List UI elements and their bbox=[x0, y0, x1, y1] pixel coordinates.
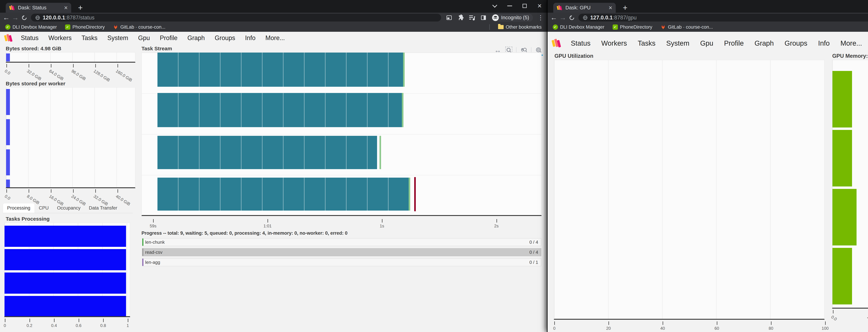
address-bar[interactable]: 120.0.0.1:8787/status bbox=[31, 14, 441, 22]
address-bar[interactable]: 127.0.0.1:8787/gpu bbox=[579, 14, 868, 22]
nav-item-profile[interactable]: Profile bbox=[724, 39, 744, 47]
site-info-globe-icon[interactable] bbox=[583, 15, 588, 20]
nav-item-more[interactable]: More... bbox=[840, 39, 862, 47]
dask-logo-icon[interactable] bbox=[4, 33, 13, 43]
tab-title: Dask: Status bbox=[18, 5, 61, 10]
tab-strip: Dask: Status bbox=[0, 0, 547, 13]
scrollbar[interactable] bbox=[545, 32, 547, 332]
nav-item-groups[interactable]: Groups bbox=[784, 39, 807, 47]
new-tab-button[interactable] bbox=[621, 4, 629, 12]
bookmark-gitlab[interactable]: GitLab · course-con... bbox=[113, 25, 165, 30]
gpu-utilization-axis: 020406080100 bbox=[554, 322, 825, 332]
back-button[interactable] bbox=[549, 13, 558, 22]
tab-title: Dask: GPU bbox=[565, 5, 606, 10]
nav-item-gpu[interactable]: Gpu bbox=[700, 39, 713, 47]
nav-item-tasks[interactable]: Tasks bbox=[82, 34, 97, 42]
progress-summary: Progress -- total: 9, waiting: 5, queued… bbox=[142, 231, 347, 236]
bookmark-dli-devbox[interactable]: DLI Devbox Manager bbox=[553, 25, 604, 30]
reload-button[interactable] bbox=[567, 13, 576, 22]
url-path: :8787/status bbox=[65, 14, 94, 21]
progress-row-read-csv: read-csv 0 / 4 bbox=[142, 248, 541, 256]
nav-item-groups[interactable]: Groups bbox=[215, 34, 235, 42]
gpu-utilization-title: GPU Utilization bbox=[555, 53, 593, 59]
tab-data-transfer[interactable]: Data Transfer bbox=[85, 203, 122, 213]
progress-task-count: 0 / 4 bbox=[529, 239, 538, 245]
bookmark-gitlab[interactable]: GitLab · course-con... bbox=[660, 25, 713, 30]
bookmarks-bar: DLI Devbox Manager PhoneDirectory GitLab… bbox=[0, 23, 547, 32]
gpu-memory-axis: 0.02.0 GiB4.0 GiB6.0 GiB8.0 GiB10.0 GiB1… bbox=[832, 310, 868, 331]
tab-occupancy[interactable]: Occupancy bbox=[53, 203, 85, 213]
media-controls-icon[interactable] bbox=[468, 14, 476, 22]
tasks-processing-axis: 00.20.40.60.81 bbox=[4, 319, 130, 332]
nav-item-workers[interactable]: Workers bbox=[49, 34, 71, 42]
progress-row-len-agg: len-agg 0 / 1 bbox=[142, 258, 541, 266]
bytes-stored-title: Bytes stored: 4.98 GiB bbox=[6, 45, 61, 52]
nav-item-tasks[interactable]: Tasks bbox=[638, 39, 655, 47]
progress-task-count: 0 / 4 bbox=[529, 250, 538, 255]
maximize-button[interactable] bbox=[520, 1, 529, 10]
window-close-button[interactable] bbox=[535, 1, 544, 10]
browser-toolbar: 120.0.0.1:8787/status Incognito (5) bbox=[0, 13, 547, 23]
tab-search-chevron-icon[interactable] bbox=[490, 1, 499, 10]
browser-window-status: Dask: Status 120.0.0.1:8787/status bbox=[0, 0, 547, 332]
nav-item-graph[interactable]: Graph bbox=[754, 39, 774, 47]
nav-item-info[interactable]: Info bbox=[245, 34, 255, 42]
forward-button[interactable] bbox=[558, 13, 567, 22]
progress-task-name: read-csv bbox=[145, 250, 162, 255]
tab-close-icon[interactable] bbox=[609, 5, 612, 11]
picture-in-picture-icon[interactable] bbox=[445, 14, 453, 22]
dask-navbar: Status Workers Tasks System Gpu Profile … bbox=[548, 35, 868, 51]
tasks-processing-chart[interactable] bbox=[4, 223, 130, 317]
nav-item-system[interactable]: System bbox=[666, 39, 689, 47]
new-tab-button[interactable] bbox=[76, 4, 84, 12]
dask-navbar: Status Workers Tasks System Gpu Profile … bbox=[0, 32, 547, 44]
dask-status-page: Status Workers Tasks System Gpu Profile … bbox=[0, 32, 547, 332]
tab-processing[interactable]: Processing bbox=[3, 203, 35, 213]
forward-button[interactable] bbox=[11, 13, 20, 22]
site-info-globe-icon[interactable] bbox=[35, 15, 40, 20]
nav-item-info[interactable]: Info bbox=[818, 39, 830, 47]
gpu-memory-chart[interactable] bbox=[832, 60, 868, 308]
nav-item-profile[interactable]: Profile bbox=[160, 34, 178, 42]
bookmark-dli-devbox[interactable]: DLI Devbox Manager bbox=[5, 25, 57, 30]
progress-row-len-chunk: len-chunk 0 / 4 bbox=[142, 238, 541, 246]
browser-tab-gpu[interactable]: Dask: GPU bbox=[553, 3, 616, 13]
task-stream-chart[interactable] bbox=[142, 52, 541, 216]
gpu-utilization-chart[interactable] bbox=[554, 60, 825, 320]
progress-task-name: len-agg bbox=[145, 260, 160, 265]
dask-logo-icon[interactable] bbox=[552, 37, 562, 49]
extensions-puzzle-icon[interactable] bbox=[457, 14, 464, 22]
task-stream-title: Task Stream bbox=[142, 45, 172, 52]
url-text: 127.0.0.1:8787/gpu bbox=[590, 14, 637, 21]
nav-item-status[interactable]: Status bbox=[21, 34, 38, 42]
side-panel-icon[interactable] bbox=[479, 14, 487, 22]
nav-item-system[interactable]: System bbox=[107, 34, 128, 42]
incognito-label: Incognito (5) bbox=[501, 15, 529, 21]
bytes-stored-chart[interactable] bbox=[6, 52, 135, 63]
browser-toolbar: 127.0.0.1:8787/gpu Incognito (5) bbox=[548, 13, 868, 23]
bookmark-phonedirectory[interactable]: PhoneDirectory bbox=[65, 25, 105, 30]
tasks-processing-title: Tasks Processing bbox=[6, 216, 50, 222]
incognito-badge[interactable]: Incognito (5) bbox=[491, 14, 533, 22]
nav-item-gpu[interactable]: Gpu bbox=[138, 34, 150, 42]
dask-favicon-icon bbox=[9, 4, 15, 11]
reload-button[interactable] bbox=[20, 13, 29, 22]
nav-item-more[interactable]: More... bbox=[266, 34, 285, 42]
folder-icon bbox=[498, 25, 504, 29]
url-path: :8787/gpu bbox=[613, 14, 637, 21]
other-bookmarks-button[interactable]: Other bookmarks bbox=[498, 25, 541, 30]
tab-cpu[interactable]: CPU bbox=[35, 203, 53, 213]
bookmark-phonedirectory[interactable]: PhoneDirectory bbox=[613, 25, 652, 30]
nav-item-status[interactable]: Status bbox=[571, 39, 590, 47]
bytes-per-worker-chart[interactable] bbox=[6, 87, 135, 188]
nav-item-graph[interactable]: Graph bbox=[187, 34, 205, 42]
tab-close-icon[interactable] bbox=[64, 5, 68, 11]
nav-item-workers[interactable]: Workers bbox=[601, 39, 627, 47]
tab-strip: Dask: GPU bbox=[548, 0, 868, 13]
browser-menu-icon[interactable] bbox=[537, 14, 545, 22]
minimize-button[interactable] bbox=[505, 1, 514, 10]
progress-task-name: len-chunk bbox=[145, 239, 165, 245]
browser-tab-status[interactable]: Dask: Status bbox=[6, 3, 71, 13]
bytes-per-worker-title: Bytes stored per worker bbox=[6, 81, 65, 87]
back-button[interactable] bbox=[2, 13, 11, 22]
